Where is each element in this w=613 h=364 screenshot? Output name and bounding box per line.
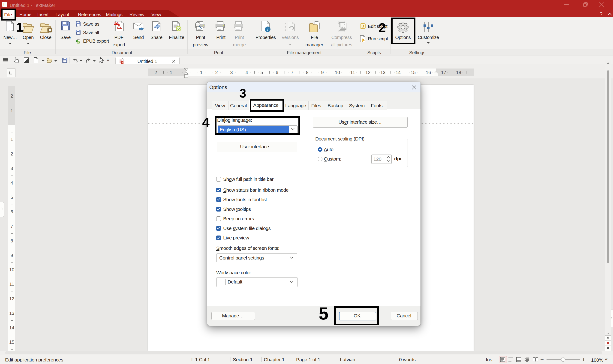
svg-text:PDF: PDF [114,22,119,25]
svg-text:B: B [361,24,364,28]
svg-text:T: T [122,62,123,64]
svg-text:i: i [267,27,268,32]
